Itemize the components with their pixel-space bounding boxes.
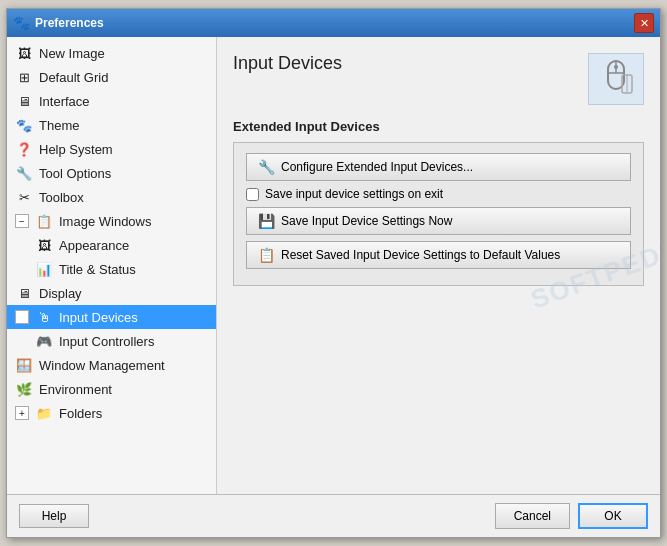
sidebar-item-folders[interactable]: + 📁 Folders [7,401,216,425]
display-icon: 🖥 [15,284,33,302]
sidebar-item-input-devices[interactable]: − 🖱 Input Devices [7,305,216,329]
main-panel: Input Devices Extended Input Devices [217,37,660,494]
theme-icon: 🐾 [15,116,33,134]
sidebar-item-environment[interactable]: 🌿 Environment [7,377,216,401]
window-title: Preferences [35,16,104,30]
sidebar-item-label: Appearance [59,238,129,253]
sidebar-item-label: Tool Options [39,166,111,181]
sidebar-item-default-grid[interactable]: ⊞ Default Grid [7,65,216,89]
toolbox-icon: ✂ [15,188,33,206]
configure-btn-row: 🔧 Configure Extended Input Devices... [246,153,631,181]
save-btn-row: 💾 Save Input Device Settings Now [246,207,631,235]
title-status-icon: 📊 [35,260,53,278]
save-on-exit-row: Save input device settings on exit [246,187,631,201]
reset-btn-row: 📋 Reset Saved Input Device Settings to D… [246,241,631,269]
section-box: 🔧 Configure Extended Input Devices... Sa… [233,142,644,286]
title-bar-left: 🐾 Preferences [13,15,104,31]
sidebar-item-label: Environment [39,382,112,397]
save-icon: 💾 [257,212,275,230]
save-input-device-btn[interactable]: 💾 Save Input Device Settings Now [246,207,631,235]
sidebar-item-tool-options[interactable]: 🔧 Tool Options [7,161,216,185]
panel-title: Input Devices [233,53,342,74]
window-management-icon: 🪟 [15,356,33,374]
sidebar: 🖼 New Image ⊞ Default Grid 🖥 Interface 🐾… [7,37,217,494]
sidebar-item-help-system[interactable]: ❓ Help System [7,137,216,161]
sidebar-item-window-management[interactable]: 🪟 Window Management [7,353,216,377]
section-label: Extended Input Devices [233,119,644,134]
svg-point-3 [614,65,618,69]
new-image-icon: 🖼 [15,44,33,62]
sidebar-item-label: Window Management [39,358,165,373]
reset-input-device-btn[interactable]: 📋 Reset Saved Input Device Settings to D… [246,241,631,269]
panel-header: Input Devices [233,53,644,105]
footer: Help Cancel OK [7,494,660,537]
footer-right-buttons: Cancel OK [495,503,648,529]
sidebar-item-label: Display [39,286,82,301]
sidebar-item-display[interactable]: 🖥 Display [7,281,216,305]
app-icon: 🐾 [13,15,29,31]
preferences-window: 🐾 Preferences ✕ 🖼 New Image ⊞ Default Gr… [6,8,661,538]
appearance-icon: 🖼 [35,236,53,254]
sidebar-item-appearance[interactable]: 🖼 Appearance [7,233,216,257]
expand-image-windows-icon[interactable]: − [15,214,29,228]
panel-icon [588,53,644,105]
sidebar-item-label: Interface [39,94,90,109]
sidebar-item-toolbox[interactable]: ✂ Toolbox [7,185,216,209]
environment-icon: 🌿 [15,380,33,398]
expand-input-devices-icon[interactable]: − [15,310,29,324]
default-grid-icon: ⊞ [15,68,33,86]
sidebar-item-label: Image Windows [59,214,151,229]
reset-icon: 📋 [257,246,275,264]
configure-extended-btn[interactable]: 🔧 Configure Extended Input Devices... [246,153,631,181]
sidebar-item-label: Input Controllers [59,334,154,349]
interface-icon: 🖥 [15,92,33,110]
sidebar-item-new-image[interactable]: 🖼 New Image [7,41,216,65]
folders-icon: 📁 [35,404,53,422]
title-bar: 🐾 Preferences ✕ [7,9,660,37]
sidebar-item-theme[interactable]: 🐾 Theme [7,113,216,137]
configure-icon: 🔧 [257,158,275,176]
sidebar-item-label: Toolbox [39,190,84,205]
sidebar-item-input-controllers[interactable]: 🎮 Input Controllers [7,329,216,353]
sidebar-item-label: Help System [39,142,113,157]
help-button[interactable]: Help [19,504,89,528]
image-windows-icon: 📋 [35,212,53,230]
sidebar-item-image-windows[interactable]: − 📋 Image Windows [7,209,216,233]
close-button[interactable]: ✕ [634,13,654,33]
sidebar-item-label: Input Devices [59,310,138,325]
input-controllers-icon: 🎮 [35,332,53,350]
ok-button[interactable]: OK [578,503,648,529]
sidebar-item-label: Folders [59,406,102,421]
sidebar-item-title-status[interactable]: 📊 Title & Status [7,257,216,281]
input-devices-icon: 🖱 [35,308,53,326]
sidebar-item-label: Default Grid [39,70,108,85]
tool-options-icon: 🔧 [15,164,33,182]
expand-folders-icon[interactable]: + [15,406,29,420]
help-system-icon: ❓ [15,140,33,158]
content-area: 🖼 New Image ⊞ Default Grid 🖥 Interface 🐾… [7,37,660,494]
sidebar-item-label: Title & Status [59,262,136,277]
save-on-exit-checkbox[interactable] [246,188,259,201]
cancel-button[interactable]: Cancel [495,503,570,529]
sidebar-item-label: New Image [39,46,105,61]
sidebar-item-label: Theme [39,118,79,133]
sidebar-item-interface[interactable]: 🖥 Interface [7,89,216,113]
save-on-exit-label: Save input device settings on exit [265,187,443,201]
input-devices-svg-icon [594,57,638,101]
